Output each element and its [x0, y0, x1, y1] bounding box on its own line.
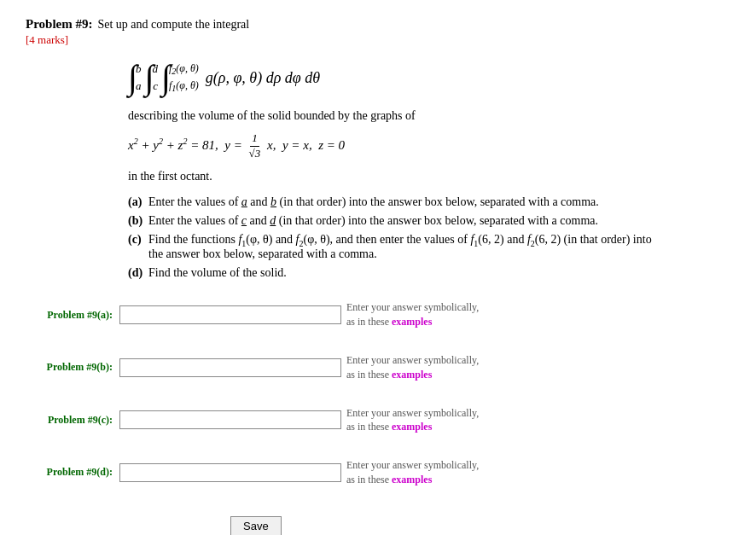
- answer-input-d[interactable]: [119, 463, 341, 482]
- answer-hint-b: Enter your answer symbolically,as in the…: [346, 353, 479, 382]
- integral-group-1: ∫ b a: [128, 62, 142, 93]
- fraction-numerator: 1: [250, 131, 259, 147]
- examples-link-b[interactable]: examples: [392, 369, 432, 381]
- fraction-denominator: √3: [247, 147, 263, 161]
- problem-instruction: Set up and compute the integral: [97, 18, 249, 32]
- part-b-label: (b): [128, 214, 145, 228]
- fraction-display: 1 √3: [247, 131, 263, 161]
- integral-group-3: ∫ f2(φ, θ) f1(φ, θ): [161, 62, 201, 94]
- problem-marks: [4 marks]: [26, 33, 730, 47]
- answer-row-d: Problem #9(d): Enter your answer symboli…: [26, 455, 730, 491]
- save-button[interactable]: Save: [230, 516, 282, 535]
- limits-3: f2(φ, θ) f1(φ, θ): [169, 62, 199, 94]
- part-c-label: (c): [128, 233, 145, 262]
- part-d-label: (d): [128, 266, 145, 280]
- equation-block: x2 + y2 + z2 = 81, y = 1 √3 x, y = x, z …: [128, 131, 730, 161]
- answer-input-c[interactable]: [119, 410, 341, 429]
- var-b: b: [270, 195, 276, 208]
- integral-group-2: ∫ d c: [144, 62, 159, 93]
- answer-label-c: Problem #9(c):: [26, 414, 119, 427]
- sphere-equation: x2 + y2 + z2 = 81, y =: [128, 138, 246, 152]
- integrand: g(ρ, φ, θ) dρ dφ dθ: [206, 69, 320, 87]
- answer-label-a: Problem #9(a):: [26, 309, 119, 322]
- lower-limit-1: a: [136, 79, 142, 93]
- part-d: (d) Find the volume of the solid.: [128, 266, 730, 280]
- octant-text: in the first octant.: [128, 170, 730, 183]
- examples-link-d[interactable]: examples: [392, 474, 432, 486]
- var-d: d: [270, 214, 276, 227]
- save-container: Save: [128, 508, 730, 535]
- answer-hint-c: Enter your answer symbolically,as in the…: [346, 406, 479, 435]
- examples-link-c[interactable]: examples: [392, 421, 432, 433]
- part-c: (c) Find the functions f1(φ, θ) and f2(φ…: [128, 233, 730, 262]
- problem-header: Problem #9: Set up and compute the integ…: [26, 17, 730, 32]
- part-a-label: (a): [128, 195, 145, 209]
- integral-display: ∫ b a ∫ d c ∫ f2(φ, θ) f1(φ, θ) g(ρ, φ, …: [128, 62, 730, 94]
- answer-row-a: Problem #9(a): Enter your answer symboli…: [26, 297, 730, 333]
- var-a: a: [241, 195, 247, 208]
- part-c-line2: the answer box below, separated with a c…: [148, 247, 652, 261]
- answer-row-b: Problem #9(b): Enter your answer symboli…: [26, 350, 730, 386]
- part-b-text: Enter the values of c and d (in that ord…: [148, 214, 598, 228]
- parts-block: (a) Enter the values of a and b (in that…: [128, 195, 730, 281]
- answer-row-c: Problem #9(c): Enter your answer symboli…: [26, 403, 730, 439]
- part-c-text: Find the functions f1(φ, θ) and f2(φ, θ)…: [148, 233, 652, 262]
- part-a: (a) Enter the values of a and b (in that…: [128, 195, 730, 209]
- answer-input-a[interactable]: [119, 305, 341, 324]
- remaining-equation: x, y = x, z = 0: [267, 138, 345, 152]
- upper-limit-2: d: [152, 62, 158, 76]
- lower-limit-3: f1(φ, θ): [169, 79, 199, 93]
- description-text: describing the volume of the solid bound…: [128, 109, 730, 123]
- answer-label-b: Problem #9(b):: [26, 361, 119, 374]
- part-a-text: Enter the values of a and b (in that ord…: [148, 195, 599, 209]
- upper-limit-3: f2(φ, θ): [169, 62, 199, 76]
- lower-limit-2: c: [153, 79, 158, 93]
- part-d-text: Find the volume of the solid.: [148, 266, 287, 280]
- answer-hint-d: Enter your answer symbolically,as in the…: [346, 458, 479, 487]
- examples-link-a[interactable]: examples: [392, 316, 432, 328]
- answer-input-b[interactable]: [119, 358, 341, 377]
- problem-title: Problem #9:: [26, 17, 92, 32]
- answers-section: Problem #9(a): Enter your answer symboli…: [26, 297, 730, 490]
- part-b: (b) Enter the values of c and d (in that…: [128, 214, 730, 228]
- answer-hint-a: Enter your answer symbolically,as in the…: [346, 300, 479, 329]
- limits-1: b a: [136, 62, 142, 93]
- part-c-line1: Find the functions f1(φ, θ) and f2(φ, θ)…: [148, 233, 652, 248]
- answer-label-d: Problem #9(d):: [26, 466, 119, 479]
- upper-limit-1: b: [136, 62, 142, 76]
- limits-2: d c: [152, 62, 158, 93]
- var-c: c: [241, 214, 247, 227]
